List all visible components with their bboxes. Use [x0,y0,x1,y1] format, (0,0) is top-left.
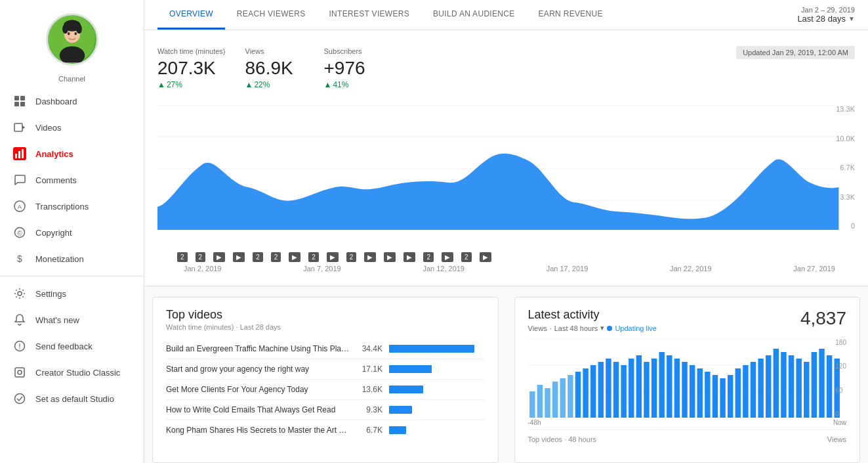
svg-rect-71 [788,355,793,418]
y-label-2: 10.0K [836,135,855,143]
copyright-icon: © [13,226,26,239]
svg-rect-51 [636,355,641,418]
svg-text:$: $ [17,254,22,264]
marker: ▶ [327,252,339,262]
arrow-up-icon: ▲ [245,80,253,89]
activity-bars: 180 120 60 0 [528,339,847,418]
sidebar-item-set-default[interactable]: Set as default Studio [0,386,144,412]
video-bar-container [389,406,474,414]
video-row: Kong Pham Shares His Secrets to Master t… [166,420,485,440]
avatar-section [0,0,144,72]
marker: 2 [423,252,434,262]
sidebar-item-whats-new[interactable]: What's new [0,307,144,333]
avatar [46,13,98,66]
chart-svg-wrapper: 13.3K 10.0K 6.7K 3.3K 0 [157,105,855,250]
sidebar-item-creator-studio[interactable]: Creator Studio Classic [0,359,144,386]
video-markers: 2 2 ▶ ▶ 2 2 ▶ 2 ▶ 2 ▶ ▶ ▶ 2 ▶ 2 ▶ [157,250,855,262]
views-change: ▲ 22% [245,80,304,89]
analytics-icon [13,147,26,160]
sidebar-item-analytics[interactable]: Analytics [0,141,144,167]
svg-rect-16 [22,149,24,158]
svg-rect-39 [545,388,550,418]
activity-count: 4,837 [800,308,846,329]
footer-right: Views [827,435,846,443]
nav-tabs: OVERVIEW REACH VIEWERS INTEREST VIEWERS … [157,0,797,30]
tab-reach[interactable]: REACH VIEWERS [225,0,318,30]
svg-point-6 [68,32,70,35]
svg-point-4 [62,24,68,33]
svg-rect-12 [14,123,22,131]
svg-rect-50 [629,359,634,418]
views-time-dropdown[interactable]: Last 48 hours ▾ [554,324,605,332]
video-row: Get More Clients For Your Agency Today 1… [166,380,485,400]
svg-rect-69 [773,349,778,418]
activity-title: Latest activity [528,308,657,322]
date-range-main: Last 28 days ▼ [797,14,855,24]
activity-chart: 180 120 60 0 [528,339,847,424]
svg-rect-53 [651,359,656,418]
video-value: 34.4K [356,344,382,353]
tab-revenue[interactable]: EARN REVENUE [527,0,615,30]
sidebar-item-transcriptions[interactable]: A Transcriptions [0,193,144,219]
svg-rect-46 [598,362,603,418]
svg-point-7 [74,32,77,35]
marker: 2 [196,252,206,262]
bell-icon [13,313,26,326]
video-row: Start and grow your agency the right way… [166,359,485,380]
svg-point-27 [15,394,25,404]
x-label-5: Jan 22, 2019 [670,265,712,273]
feedback-icon: ! [13,340,26,353]
svg-rect-40 [552,382,557,418]
svg-rect-60 [705,372,710,418]
video-bar-container [389,426,474,434]
sidebar-item-settings[interactable]: Settings [0,280,144,307]
video-title: Build an Evergreen Traffic Machine Using… [166,344,350,353]
y-label-1: 13.3K [836,105,855,113]
bottom-panels: Top videos Watch time (minutes) · Last 2… [144,286,868,463]
subscribers-change: ▲ 41% [324,80,383,89]
stat-subscribers: Subscribers +976 ▲ 41% [324,41,403,99]
marker: 2 [461,252,472,262]
stat-watch-time: Watch time (minutes) 207.3K ▲ 27% [157,41,245,99]
sidebar-label-comments: Comments [35,175,77,185]
sidebar-item-send-feedback[interactable]: ! Send feedback [0,333,144,359]
top-navigation: OVERVIEW REACH VIEWERS INTEREST VIEWERS … [144,0,868,30]
svg-rect-15 [18,151,20,158]
views-label: Views [528,324,547,332]
latest-activity-panel: Latest activity Views · Last 48 hours ▾ … [514,297,861,463]
video-bar-container [389,345,474,353]
y-label-3: 6.7K [836,164,855,171]
views-label: Views [245,47,304,55]
svg-rect-41 [560,378,565,418]
tab-interest[interactable]: INTEREST VIEWERS [317,0,421,30]
activity-title-block: Latest activity Views · Last 48 hours ▾ … [528,308,657,332]
marker: ▶ [384,252,396,262]
svg-rect-73 [804,362,809,418]
video-title: Kong Pham Shares His Secrets to Master t… [166,426,350,435]
subscribers-label: Subscribers [324,47,383,55]
main-chart-container: 13.3K 10.0K 6.7K 3.3K 0 2 2 ▶ ▶ 2 2 ▶ 2 … [144,99,868,286]
svg-rect-65 [743,365,748,418]
sidebar-item-comments[interactable]: Comments [0,167,144,193]
sidebar-label-settings: Settings [35,289,66,299]
marker: 2 [346,252,357,262]
sidebar-item-dashboard[interactable]: Dashboard [0,88,144,114]
svg-rect-48 [613,362,618,418]
tab-audience[interactable]: BUILD AN AUDIENCE [421,0,526,30]
sidebar-item-monetization[interactable]: $ Monetization [0,246,144,272]
video-value: 13.6K [356,385,382,394]
sidebar-label-set-default: Set as default Studio [35,394,114,404]
svg-rect-52 [644,362,649,418]
video-bar [389,426,406,434]
svg-rect-58 [689,365,694,418]
live-dot-icon [607,326,612,331]
sidebar-item-copyright[interactable]: © Copyright [0,219,144,246]
x-label-4: Jan 17, 2019 [547,265,589,273]
sidebar-item-videos[interactable]: Videos [0,114,144,141]
tab-overview[interactable]: OVERVIEW [157,0,225,30]
video-icon [13,121,26,134]
sidebar-label-dashboard: Dashboard [35,97,77,106]
video-bar [389,365,432,373]
top-videos-title: Top videos [166,308,485,322]
date-range-selector[interactable]: Jan 2 – 29, 2019 Last 28 days ▼ [797,1,855,29]
